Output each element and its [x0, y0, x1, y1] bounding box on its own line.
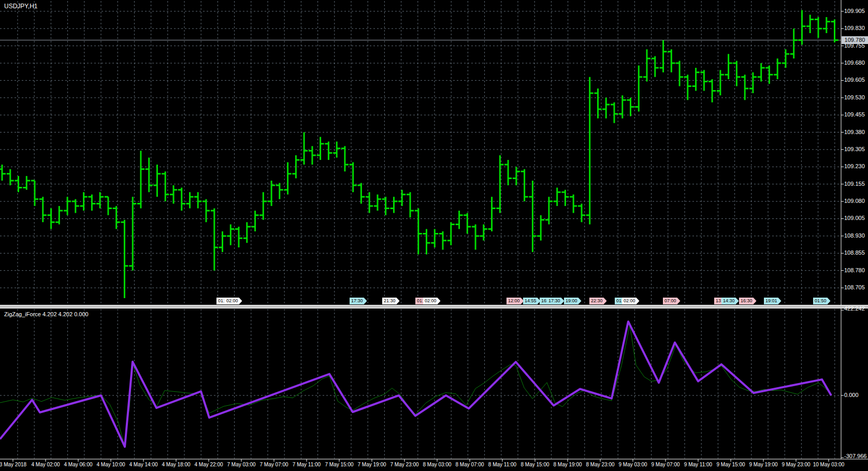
- price-axis-label: 109.830: [844, 25, 865, 31]
- event-time-badge: 07:00: [663, 298, 681, 304]
- price-axis-label: 109.680: [844, 60, 865, 66]
- price-axis-label: 109.605: [844, 77, 865, 83]
- event-time-badge: 17:30: [350, 298, 367, 304]
- price-axis-label: 108.930: [844, 232, 865, 239]
- price-axis-label: 109.530: [844, 94, 865, 100]
- price-axis-label: 109.230: [844, 163, 865, 169]
- axis-ticks: [13, 11, 844, 462]
- event-time-badge: 01:50: [813, 298, 831, 304]
- chart-canvas[interactable]: [0, 0, 868, 471]
- bar-high-low-stems: [2, 10, 835, 299]
- price-axis-label: 109.155: [844, 181, 865, 187]
- event-time-badge: 12:00: [507, 298, 524, 304]
- time-axis-label: 10 May 03:00: [800, 462, 857, 467]
- indicator-axis-max-label: 422.242: [844, 305, 865, 312]
- event-time-badge: 19:01: [764, 298, 782, 304]
- panel-separator[interactable]: [0, 305, 868, 308]
- event-time-badge: 19:00: [564, 298, 582, 304]
- event-time-badge: 02:00: [423, 298, 441, 304]
- event-time-badge: 14:55: [523, 298, 541, 304]
- event-time-badge: 22:30: [589, 298, 607, 304]
- event-time-badge: 02:00: [622, 298, 640, 304]
- price-axis-label: 109.005: [844, 215, 865, 221]
- price-axis-label: 109.380: [844, 129, 865, 135]
- ohlc-bars: [0, 10, 838, 299]
- event-time-badge: 21:30: [382, 298, 400, 304]
- price-axis-label: 109.905: [844, 8, 865, 14]
- event-time-badge: 02:00: [225, 298, 242, 304]
- price-axis-label: 108.855: [844, 249, 865, 256]
- event-time-badge: 16:30: [739, 298, 757, 304]
- mt5-chart-window: USDJPY,H1 ZigZag_iForce 4.202 4.202 0.00…: [0, 0, 868, 471]
- price-axis-label: 109.305: [844, 146, 865, 152]
- price-axis-label: 108.705: [844, 284, 865, 290]
- iforce-line: [0, 325, 831, 445]
- price-axis-label: 109.455: [844, 111, 865, 117]
- price-axis-label: 109.080: [844, 198, 865, 204]
- event-time-badge: 17:30: [547, 298, 565, 304]
- horizontal-gridlines: [0, 11, 841, 395]
- zigzag-line: [0, 321, 831, 447]
- price-axis-label: 108.780: [844, 267, 865, 273]
- bar-close-ticks: [2, 19, 838, 266]
- indicator-label: ZigZag_iForce 4.202 4.202 0.000: [4, 311, 89, 317]
- symbol-timeframe-label: USDJPY,H1: [4, 3, 37, 10]
- indicator-axis-min-label: -307.966: [844, 453, 866, 459]
- current-price-box: 109.780: [842, 36, 868, 44]
- event-time-badge: 14:30: [721, 298, 739, 304]
- indicator-axis-zero-label: 0.000: [844, 392, 859, 398]
